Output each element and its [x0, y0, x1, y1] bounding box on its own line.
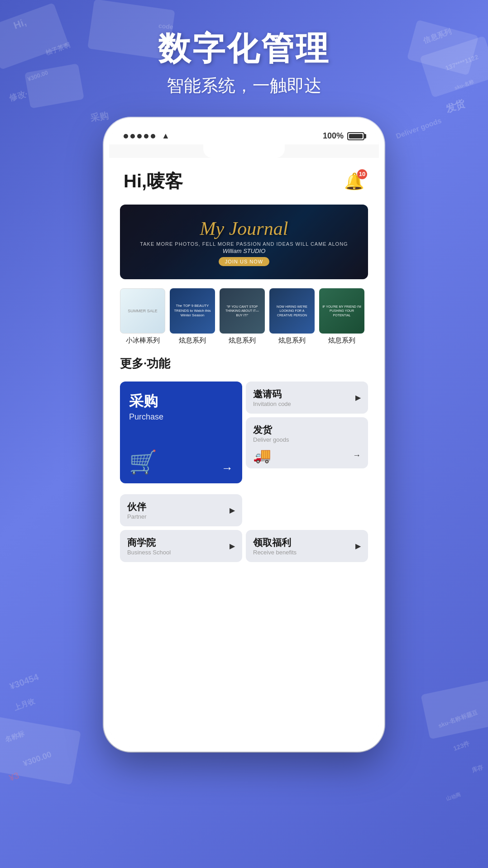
series-item-4[interactable]: IF YOU'RE MY FRIEND I'M PUSHING YOUR POT… — [319, 288, 364, 345]
series-item-3[interactable]: NOW HIRING WE'RE LOOKING FOR A CREATIVE … — [269, 288, 315, 345]
banner-subtitle: TAKE MORE PHOTOS, FELL MORE PASSION AND … — [140, 241, 348, 247]
school-benefits-row: 商学院 Business School ▶ 领取福利 Receive benef… — [120, 530, 368, 562]
signal-dot-2 — [130, 134, 135, 138]
purchase-en-title: Purchase — [129, 412, 233, 422]
main-subtitle: 智能系统，一触即达 — [0, 74, 488, 97]
invitation-code-text: 邀请码 Invitation code — [253, 388, 291, 407]
signal-dot-1 — [124, 134, 128, 138]
school-cn: 商学院 — [127, 536, 171, 549]
signal-dot-3 — [137, 134, 142, 138]
function-grid: 采购 Purchase 🛒 → — [109, 378, 379, 494]
greeting-text: Hi,唛客 — [124, 169, 183, 194]
benefits-arrow-icon: ▶ — [355, 542, 361, 550]
deliver-goods-card[interactable]: 发货 Deliver goods 🚚 → — [246, 417, 368, 468]
banner-studio: William STUDIO — [223, 248, 266, 254]
wifi-icon: ▲ — [162, 131, 170, 141]
battery-percent: 100% — [323, 131, 344, 141]
phone-outer-frame: ▲ 100% Hi,唛客 🔔 10 — [104, 118, 384, 752]
series-thumb-1: The TOP 9 BEAUTY TRENDS to Watch this Wi… — [170, 288, 215, 334]
deliver-cn: 发货 — [253, 424, 289, 436]
benefits-cn: 领取福利 — [253, 536, 297, 549]
truck-icon: 🚚 — [253, 447, 271, 464]
series-label-3: 炫息系列 — [278, 336, 306, 345]
deliver-bottom-row: 🚚 → — [253, 447, 361, 464]
school-text: 商学院 Business School — [127, 536, 171, 556]
battery-bar — [347, 132, 364, 140]
partner-cn: 伙伴 — [127, 501, 147, 513]
banner-join-button[interactable]: JOIN US NOW — [219, 257, 269, 266]
banner-image[interactable]: My Journal TAKE MORE PHOTOS, FELL MORE P… — [120, 205, 368, 279]
invitation-arrow-icon: ▶ — [355, 393, 361, 402]
business-school-card[interactable]: 商学院 Business School ▶ — [120, 530, 242, 562]
purchase-cn-title: 采购 — [129, 391, 233, 411]
deliver-en: Deliver goods — [253, 436, 289, 443]
series-item-1[interactable]: The TOP 9 BEAUTY TRENDS to Watch this Wi… — [170, 288, 215, 345]
phone-inner: ▲ 100% Hi,唛客 🔔 10 — [109, 123, 379, 746]
signal-dots — [124, 134, 155, 138]
phone-mockup: ▲ 100% Hi,唛客 🔔 10 — [104, 118, 384, 752]
purchase-arrow-icon: → — [221, 461, 233, 475]
school-en: Business School — [127, 549, 171, 556]
notification-bell-wrap[interactable]: 🔔 10 — [344, 172, 364, 191]
benefits-card[interactable]: 领取福利 Receive benefits ▶ — [246, 530, 368, 562]
series-section: SUMMER SALE 小冰棒系列 The TOP 9 BEAUTY TREND… — [109, 286, 379, 352]
series-scroll-container[interactable]: SUMMER SALE 小冰棒系列 The TOP 9 BEAUTY TREND… — [120, 288, 368, 345]
partner-arrow-icon: ▶ — [230, 506, 235, 515]
func-grid-section: 伙伴 Partner ▶ 商学院 Busin — [109, 494, 379, 573]
deliver-arrow-icon: → — [353, 451, 361, 460]
series-label-4: 炫息系列 — [328, 336, 355, 345]
invitation-code-card[interactable]: 邀请码 Invitation code ▶ — [246, 382, 368, 414]
more-functions-title: 更多·功能 — [120, 356, 368, 372]
partner-en: Partner — [127, 513, 147, 520]
banner-section: My Journal TAKE MORE PHOTOS, FELL MORE P… — [109, 201, 379, 286]
series-thumb-2: "IF YOU CAN'T STOP THINKING ABOUT IT—BUY… — [220, 288, 265, 334]
battery-section: 100% — [323, 131, 364, 141]
benefits-en: Receive benefits — [253, 549, 297, 556]
purchase-card-bottom: 🛒 → — [129, 449, 233, 475]
cart-icon: 🛒 — [129, 449, 157, 475]
signal-dot-5 — [151, 134, 155, 138]
partner-row: 伙伴 Partner ▶ — [120, 494, 368, 526]
app-header: Hi,唛客 🔔 10 — [109, 158, 379, 201]
banner-title: My Journal — [200, 218, 288, 239]
phone-notch — [203, 144, 285, 158]
series-item-0[interactable]: SUMMER SALE 小冰棒系列 — [120, 288, 165, 345]
more-functions-section: 更多·功能 — [109, 352, 379, 372]
school-arrow-icon: ▶ — [230, 542, 235, 550]
series-label-0: 小冰棒系列 — [126, 336, 160, 345]
series-item-2[interactable]: "IF YOU CAN'T STOP THINKING ABOUT IT—BUY… — [220, 288, 265, 345]
series-thumb-4: IF YOU'RE MY FRIEND I'M PUSHING YOUR POT… — [319, 288, 364, 334]
purchase-card-wrapper: 采购 Purchase 🛒 → — [120, 382, 242, 483]
purchase-card-top: 采购 Purchase — [129, 391, 233, 422]
invitation-en: Invitation code — [253, 401, 291, 407]
series-label-1: 炫息系列 — [179, 336, 206, 345]
right-cards-column: 邀请码 Invitation code ▶ 发货 Deliver goods — [246, 382, 368, 483]
status-bar: ▲ 100% — [109, 123, 379, 144]
signal-dot-4 — [144, 134, 148, 138]
deliver-text-section: 发货 Deliver goods — [253, 424, 289, 443]
notification-badge: 10 — [357, 169, 367, 179]
benefits-text: 领取福利 Receive benefits — [253, 536, 297, 556]
series-thumb-3: NOW HIRING WE'RE LOOKING FOR A CREATIVE … — [269, 288, 315, 334]
series-label-2: 炫息系列 — [229, 336, 256, 345]
invitation-cn: 邀请码 — [253, 388, 291, 401]
app-content: Hi,唛客 🔔 10 My Journal TAKE MORE PHOTOS, … — [109, 158, 379, 746]
battery-fill — [349, 134, 363, 138]
purchase-card[interactable]: 采购 Purchase 🛒 → — [120, 382, 242, 483]
series-thumb-0: SUMMER SALE — [120, 288, 165, 334]
partner-card[interactable]: 伙伴 Partner ▶ — [120, 494, 242, 526]
header-section: 数字化管理 智能系统，一触即达 — [0, 27, 488, 97]
partner-text: 伙伴 Partner — [127, 501, 147, 520]
main-title: 数字化管理 — [0, 27, 488, 71]
